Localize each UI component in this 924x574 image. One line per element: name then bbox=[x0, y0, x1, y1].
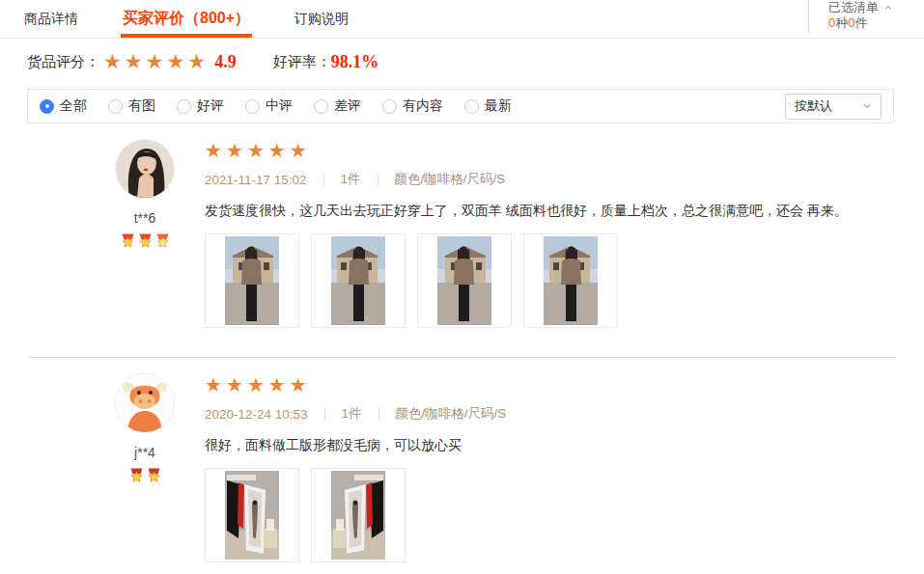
photo-wardrobe bbox=[331, 471, 385, 560]
star-icon: ★ bbox=[226, 374, 247, 396]
avatar-woman-photo bbox=[116, 140, 174, 198]
review-sku: 颜色/咖啡格/尺码/S bbox=[395, 171, 506, 188]
review-quantity: 1件 bbox=[341, 171, 361, 188]
avatar-ox-cartoon bbox=[116, 374, 174, 432]
reviewer-level-badges bbox=[85, 233, 205, 249]
reviewer-name: j**4 bbox=[85, 445, 205, 460]
chevron-down-icon bbox=[862, 101, 872, 111]
review-date: 2020-12-24 10:53 bbox=[205, 407, 308, 422]
selected-list-summary[interactable]: 已选清单 0种0件 bbox=[808, 0, 893, 33]
radio-icon bbox=[245, 99, 260, 114]
positive-rate-value: 98.1% bbox=[331, 52, 379, 72]
review-stars: ★★★★★ bbox=[205, 139, 895, 162]
star-icon: ★ bbox=[125, 50, 146, 72]
review-stars: ★★★★★ bbox=[205, 373, 895, 396]
reviewer-level-badges bbox=[85, 468, 205, 483]
review-quantity: 1件 bbox=[342, 405, 362, 423]
review-photo[interactable] bbox=[205, 468, 299, 562]
crown-medal-icon bbox=[138, 233, 153, 249]
crown-medal-icon bbox=[147, 468, 161, 483]
positive-rate-label: 好评率： bbox=[273, 53, 331, 71]
star-icon: ★ bbox=[268, 140, 290, 161]
photo-outdoor bbox=[437, 236, 491, 325]
crown-medal-icon bbox=[129, 468, 144, 483]
star-icon: ★ bbox=[146, 50, 167, 72]
review-photos bbox=[205, 233, 895, 328]
tab-order-instructions[interactable]: 订购说明 bbox=[293, 0, 350, 38]
star-icon: ★ bbox=[205, 374, 226, 396]
review-sku: 颜色/咖啡格/尺码/S bbox=[396, 405, 507, 423]
filter-neutral[interactable]: 中评 bbox=[245, 97, 293, 115]
avatar[interactable] bbox=[115, 373, 175, 433]
photo-wardrobe bbox=[225, 471, 279, 560]
filter-positive[interactable]: 好评 bbox=[177, 97, 224, 115]
star-icon: ★ bbox=[290, 374, 311, 396]
star-icon: ★ bbox=[290, 140, 311, 161]
review-content: ★★★★★ 2021-11-17 15:02 1件 颜色/咖啡格/尺码/S 发货… bbox=[205, 139, 895, 328]
sort-dropdown[interactable]: 按默认 bbox=[785, 94, 882, 120]
divider bbox=[323, 174, 324, 186]
review-photo[interactable] bbox=[205, 233, 299, 328]
star-icon: ★ bbox=[205, 140, 226, 161]
tab-bar: 商品详情 买家评价（800+） 订购说明 已选清单 0种0件 bbox=[0, 0, 924, 39]
radio-icon bbox=[382, 99, 397, 114]
filter-label: 有内容 bbox=[403, 97, 443, 115]
review-photo[interactable] bbox=[311, 468, 406, 562]
reviewer-name: t**6 bbox=[85, 210, 205, 226]
review-content: ★★★★★ 2020-12-24 10:53 1件 颜色/咖啡格/尺码/S 很好… bbox=[205, 373, 895, 562]
star-icon: ★ bbox=[268, 374, 290, 396]
photo-outdoor bbox=[544, 236, 598, 325]
filter-label: 差评 bbox=[334, 97, 361, 115]
radio-icon bbox=[177, 99, 191, 114]
review-filter-bar: 全部 有图 好评 中评 差评 有内容 最新 按默认 bbox=[27, 89, 894, 123]
star-icon: ★ bbox=[187, 50, 209, 72]
tab-product-details[interactable]: 商品详情 bbox=[22, 0, 80, 38]
crown-medal-icon bbox=[155, 233, 170, 249]
score-label: 货品评分： bbox=[27, 53, 99, 71]
photo-outdoor bbox=[331, 236, 385, 325]
review-photos bbox=[205, 468, 895, 562]
review-meta: 2021-11-17 15:02 1件 颜色/咖啡格/尺码/S bbox=[205, 171, 895, 188]
filter-label: 有图 bbox=[128, 97, 155, 115]
score-stars: ★★★★★ bbox=[103, 50, 209, 73]
review-photo[interactable] bbox=[311, 233, 406, 328]
score-value: 4.9 bbox=[214, 52, 237, 72]
radio-icon bbox=[314, 99, 328, 114]
star-icon: ★ bbox=[166, 50, 187, 72]
tab-buyer-reviews[interactable]: 买家评价（800+） bbox=[121, 0, 252, 38]
review-item: t**6 ★★★★★ 2021-11-17 15:02 1件 颜色/咖啡格/尺码… bbox=[0, 123, 924, 328]
star-icon: ★ bbox=[226, 140, 247, 161]
divider bbox=[378, 174, 378, 186]
filter-all[interactable]: 全部 bbox=[40, 97, 87, 115]
star-icon: ★ bbox=[247, 140, 268, 161]
divider bbox=[324, 408, 325, 421]
filter-label: 好评 bbox=[197, 97, 224, 115]
filter-latest[interactable]: 最新 bbox=[464, 97, 512, 115]
chevron-up-icon bbox=[883, 3, 893, 13]
selected-pieces-unit: 件 bbox=[854, 15, 867, 30]
reviewer-panel: j**4 bbox=[85, 373, 205, 562]
radio-icon bbox=[464, 99, 479, 114]
review-item: j**4 ★★★★★ 2020-12-24 10:53 1件 颜色/咖啡格/尺码… bbox=[0, 358, 924, 562]
crown-medal-icon bbox=[121, 233, 135, 249]
star-icon: ★ bbox=[247, 374, 268, 396]
filter-with-photos[interactable]: 有图 bbox=[108, 97, 155, 115]
selected-kinds-unit: 种 bbox=[835, 15, 848, 30]
review-text: 发货速度很快，这几天出去玩正好穿上了，双面羊 绒面料也很好，质量上档次，总之很满… bbox=[205, 201, 895, 220]
sort-dropdown-value: 按默认 bbox=[795, 97, 832, 115]
filter-label: 全部 bbox=[60, 97, 87, 115]
filter-label: 最新 bbox=[485, 97, 512, 115]
avatar[interactable] bbox=[115, 139, 175, 199]
review-photo[interactable] bbox=[523, 233, 618, 328]
rating-summary: 货品评分： ★★★★★ 4.9 好评率： 98.1% bbox=[0, 39, 924, 73]
review-meta: 2020-12-24 10:53 1件 颜色/咖啡格/尺码/S bbox=[205, 405, 895, 423]
divider bbox=[378, 408, 379, 421]
review-photo[interactable] bbox=[417, 233, 512, 328]
radio-icon bbox=[108, 99, 123, 114]
star-icon: ★ bbox=[103, 50, 125, 72]
filter-with-content[interactable]: 有内容 bbox=[382, 97, 443, 115]
review-text: 很好，面料做工版形都没毛病，可以放心买 bbox=[205, 435, 895, 454]
review-date: 2021-11-17 15:02 bbox=[205, 173, 307, 187]
reviewer-panel: t**6 bbox=[85, 139, 205, 328]
filter-negative[interactable]: 差评 bbox=[314, 97, 361, 115]
